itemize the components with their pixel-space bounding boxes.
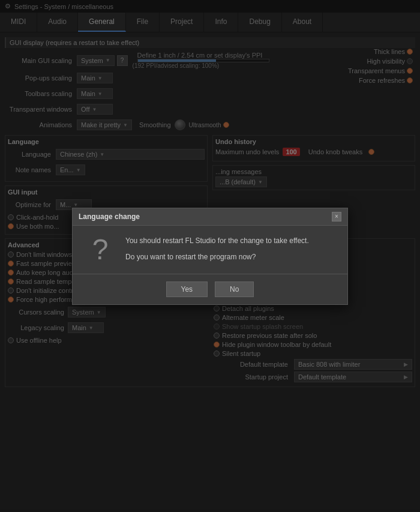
dialog-close-button[interactable]: × [332,212,341,221]
dialog-message-line2: Do you want to restart the program now? [125,251,309,263]
dialog-title: Language change [79,212,140,221]
dialog-no-button[interactable]: No [215,282,254,297]
dialog-overlay: Language change × ? You should restart F… [0,0,420,512]
dialog-body: ? You should restart FL Studio for the c… [73,226,347,274]
language-change-dialog: Language change × ? You should restart F… [72,208,348,305]
dialog-title-bar: Language change × [73,208,347,226]
dialog-message-line1: You should restart FL Studio for the cha… [125,235,309,247]
dialog-question-icon: ? [82,235,118,264]
dialog-footer: Yes No [73,274,347,304]
dialog-yes-button[interactable]: Yes [166,282,208,297]
dialog-text: You should restart FL Studio for the cha… [125,235,309,263]
